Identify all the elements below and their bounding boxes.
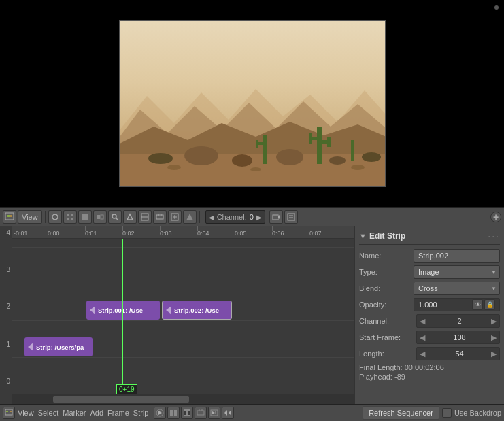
opacity-eye-icon[interactable]: 👁 — [472, 299, 483, 310]
svg-rect-26 — [10, 215, 12, 217]
tool-3[interactable] — [78, 210, 92, 224]
blend-row: Blend: Cross — [359, 282, 500, 295]
tool-1[interactable] — [48, 210, 62, 224]
view-label: View — [22, 213, 38, 221]
panel-options[interactable]: ··· — [488, 231, 500, 241]
timeline-area[interactable]: 0 1 2 3 4 -0:01 0:00 0:01 0:02 0:03 0:04… — [0, 226, 354, 404]
channel-left-arrow[interactable]: ◀ — [209, 214, 214, 221]
strip-menu-label[interactable]: Strip — [133, 409, 149, 417]
ch-label-1: 1 — [6, 341, 10, 348]
timeline-grid[interactable]: Strip: /Users/pa Strip.001: /Use Strip.0… — [12, 239, 354, 394]
time-6: 0:06 — [272, 230, 284, 237]
svg-rect-31 — [71, 214, 73, 216]
ch-label-0: 0 — [6, 377, 10, 385]
playback-icon-5[interactable] — [208, 407, 220, 419]
view-menu-icon[interactable]: View — [18, 210, 42, 224]
svg-rect-64 — [184, 411, 186, 415]
opacity-field[interactable]: 1.000 👁 🔒 — [414, 298, 500, 311]
ch-left-arr[interactable]: ◀ — [420, 317, 425, 326]
h-scrollbar[interactable] — [12, 394, 354, 404]
time-5: 0:05 — [235, 230, 247, 237]
channel-row: Channel: ◀ 2 ▶ — [359, 314, 500, 328]
svg-rect-62 — [174, 410, 177, 416]
svg-rect-6 — [317, 127, 322, 164]
tool-2[interactable] — [63, 210, 77, 224]
svg-marker-73 — [229, 410, 231, 416]
strip-3[interactable]: Strip.002: /Use — [162, 301, 232, 320]
time-2: 0:02 — [122, 230, 135, 237]
final-length-text: Final Length: 00:00:02:06 — [359, 363, 500, 371]
refresh-sequencer-button[interactable]: Refresh Sequencer — [363, 406, 439, 420]
svg-rect-10 — [327, 137, 331, 147]
tool-7[interactable] — [138, 210, 152, 224]
svg-rect-8 — [309, 133, 312, 144]
strip-1[interactable]: Strip: /Users/pa — [24, 337, 93, 356]
tool-9[interactable] — [168, 210, 182, 224]
tool-6[interactable] — [123, 210, 137, 224]
channel-control[interactable]: ◀ Channel: 0 ▶ — [205, 210, 265, 224]
sf-left-arr[interactable]: ◀ — [420, 333, 425, 342]
panel-collapse-arrow[interactable]: ▼ — [359, 232, 367, 240]
opacity-lock-icon[interactable]: 🔒 — [484, 299, 495, 310]
svg-rect-35 — [82, 216, 88, 218]
playback-icon-3[interactable] — [181, 407, 193, 419]
svg-marker-50 — [186, 214, 193, 220]
frame-menu-label[interactable]: Frame — [107, 409, 129, 417]
ch-right-arr[interactable]: ▶ — [491, 317, 497, 326]
svg-rect-30 — [67, 214, 69, 216]
svg-point-17 — [232, 154, 252, 167]
tool-5[interactable] — [108, 210, 122, 224]
playback-icon-1[interactable] — [154, 407, 166, 419]
right-panel: ▼ Edit Strip ··· Name: Strip.002 Type: I… — [354, 226, 504, 404]
strip-1-label: Strip: /Users/pa — [36, 343, 84, 351]
playback-icon-4[interactable] — [195, 407, 207, 419]
preview-area — [0, 0, 504, 207]
svg-rect-25 — [7, 215, 10, 217]
name-value-field[interactable]: Strip.002 — [414, 249, 500, 263]
tool-clip[interactable] — [284, 210, 298, 224]
sf-right-arr[interactable]: ▶ — [491, 333, 497, 342]
scrollbar-thumb[interactable] — [53, 396, 189, 403]
select-menu-label[interactable]: Select — [38, 409, 59, 417]
type-dropdown[interactable]: Image — [414, 265, 500, 279]
strip-2[interactable]: Strip.001: /Use — [86, 301, 160, 320]
editor-type-icon[interactable] — [3, 210, 16, 224]
seq-add-icon[interactable]: + — [490, 212, 501, 222]
tool-8[interactable] — [153, 210, 167, 224]
channel-numeric[interactable]: ◀ 2 ▶ — [416, 314, 500, 328]
channel-label: Channel: — [217, 213, 247, 221]
status-editor-icon[interactable] — [3, 407, 15, 419]
tool-4[interactable] — [93, 210, 107, 224]
blend-label: Blend: — [359, 284, 414, 292]
use-backdrop-label: Use Backdrop — [454, 409, 501, 417]
view-menu-label[interactable]: View — [18, 409, 34, 417]
start-frame-numeric[interactable]: ◀ 108 ▶ — [416, 331, 500, 344]
len-right-arr[interactable]: ▶ — [491, 350, 497, 358]
channel-right-arrow[interactable]: ▶ — [256, 214, 262, 221]
playback-icon-6[interactable] — [222, 407, 234, 419]
strip-3-label: Strip.002: /Use — [174, 307, 219, 314]
svg-rect-36 — [82, 218, 88, 220]
panel-header: ▼ Edit Strip ··· — [359, 231, 500, 245]
svg-point-21 — [167, 165, 181, 170]
length-label: Length: — [359, 350, 414, 358]
playback-icon-2[interactable] — [167, 407, 180, 419]
corner-indicator — [494, 5, 499, 10]
tool-10[interactable] — [183, 210, 197, 224]
blend-dropdown[interactable]: Cross — [414, 282, 500, 295]
add-menu-label[interactable]: Add — [90, 409, 103, 417]
tool-cam[interactable] — [269, 210, 283, 224]
strip-3-triangle — [166, 306, 171, 314]
svg-rect-65 — [188, 411, 190, 415]
len-left-arr[interactable]: ◀ — [420, 350, 425, 358]
svg-line-40 — [116, 218, 118, 220]
length-numeric[interactable]: ◀ 54 ▶ — [416, 347, 500, 360]
strip-2-label: Strip.001: /Use — [98, 307, 143, 314]
ch-label-3: 3 — [6, 266, 10, 273]
marker-menu-label[interactable]: Marker — [63, 409, 86, 417]
start-frame-row: Start Frame: ◀ 108 ▶ — [359, 331, 500, 344]
ch-label-2: 2 — [6, 303, 10, 310]
use-backdrop-checkbox[interactable] — [442, 408, 452, 418]
svg-rect-44 — [156, 215, 163, 219]
svg-point-15 — [184, 146, 218, 165]
